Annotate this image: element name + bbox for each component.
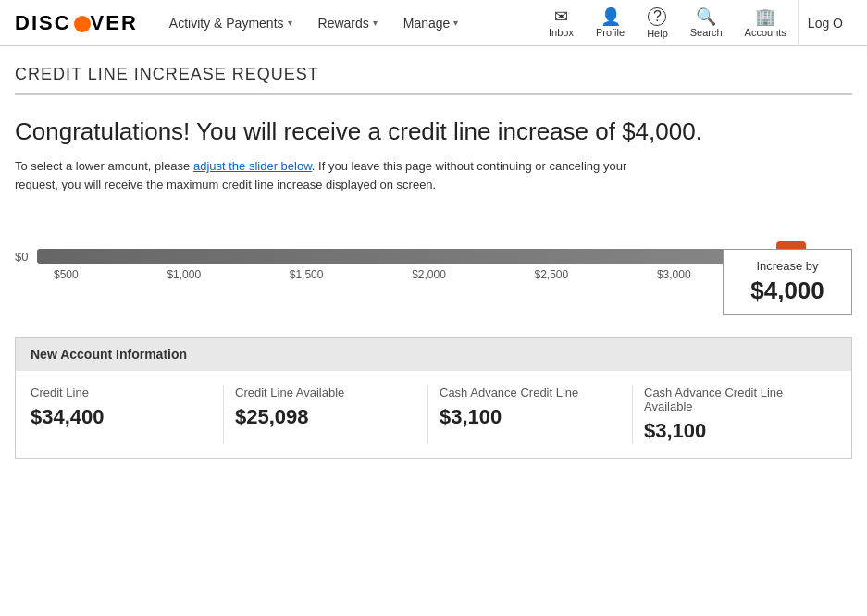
page-title: CREDIT LINE INCREASE REQUEST bbox=[15, 65, 852, 84]
main-nav: Activity & Payments ▾ Rewards ▾ Manage ▾ bbox=[156, 0, 538, 46]
logo: DISCVER bbox=[15, 11, 138, 35]
col-value-cash-advance: $3,100 bbox=[440, 405, 621, 429]
nav-arrow-rewards: ▾ bbox=[373, 18, 378, 28]
col-label-cash-advance-available: Cash Advance Credit Line Available bbox=[644, 386, 825, 413]
page-title-section: CREDIT LINE INCREASE REQUEST bbox=[15, 46, 852, 95]
profile-icon: 👤 bbox=[601, 8, 621, 25]
nav-search[interactable]: 🔍 Search bbox=[679, 0, 734, 46]
nav-arrow-activity: ▾ bbox=[288, 18, 292, 28]
nav-inbox[interactable]: ✉ Inbox bbox=[538, 0, 585, 46]
increase-amount: $4,000 bbox=[742, 277, 833, 305]
account-col-cash-advance: Cash Advance Credit Line $3,100 bbox=[428, 386, 633, 443]
tick-2500: $2,500 bbox=[535, 268, 569, 281]
slider-link[interactable]: adjust the slider below bbox=[193, 159, 312, 173]
tick-1500: $1,500 bbox=[290, 268, 324, 281]
help-icon: ? bbox=[648, 7, 666, 26]
nav-arrow-manage: ▾ bbox=[453, 18, 458, 28]
search-icon: 🔍 bbox=[696, 8, 716, 25]
account-col-credit-line-available: Credit Line Available $25,098 bbox=[224, 386, 428, 443]
col-label-credit-line-available: Credit Line Available bbox=[235, 386, 416, 400]
tick-2000: $2,000 bbox=[412, 268, 446, 281]
page-content: CREDIT LINE INCREASE REQUEST Congratulat… bbox=[0, 46, 867, 459]
congrats-heading: Congratulations! You will receive a cred… bbox=[15, 117, 852, 146]
nav-activity-payments[interactable]: Activity & Payments ▾ bbox=[156, 0, 305, 46]
nav-icons: ✉ Inbox 👤 Profile ? Help 🔍 Search 🏢 Acco… bbox=[538, 0, 852, 46]
logo-text: DISCVER bbox=[15, 11, 138, 35]
nav-help[interactable]: ? Help bbox=[636, 0, 679, 46]
col-value-credit-line-available: $25,098 bbox=[235, 405, 416, 429]
accounts-icon: 🏢 bbox=[755, 8, 775, 25]
logout-button[interactable]: Log O bbox=[798, 0, 852, 46]
logo-dot bbox=[74, 16, 91, 32]
slider-section: Increase by $4,000 $0 $4,000 $500 $1,000… bbox=[15, 249, 852, 309]
nav-accounts[interactable]: 🏢 Accounts bbox=[734, 0, 798, 46]
tick-1000: $1,000 bbox=[167, 268, 201, 281]
nav-rewards[interactable]: Rewards ▾ bbox=[305, 0, 390, 46]
congrats-subtext: To select a lower amount, please adjust … bbox=[15, 157, 644, 193]
congrats-section: Congratulations! You will receive a cred… bbox=[15, 117, 852, 193]
increase-label: Increase by bbox=[742, 259, 833, 273]
nav-profile[interactable]: 👤 Profile bbox=[585, 0, 636, 46]
account-info-section: New Account Information Credit Line $34,… bbox=[15, 337, 852, 459]
col-value-cash-advance-available: $3,100 bbox=[644, 419, 825, 443]
account-col-credit-line: Credit Line $34,400 bbox=[31, 386, 224, 443]
account-col-cash-advance-available: Cash Advance Credit Line Available $3,10… bbox=[633, 386, 836, 443]
account-info-header: New Account Information bbox=[16, 338, 851, 371]
increase-box: Increase by $4,000 bbox=[723, 249, 852, 315]
col-label-cash-advance: Cash Advance Credit Line bbox=[440, 386, 621, 400]
col-label-credit-line: Credit Line bbox=[31, 386, 212, 400]
tick-3000: $3,000 bbox=[657, 268, 691, 281]
account-info-table: Credit Line $34,400 Credit Line Availabl… bbox=[16, 371, 851, 458]
col-value-credit-line: $34,400 bbox=[31, 405, 212, 429]
nav-manage[interactable]: Manage ▾ bbox=[390, 0, 472, 46]
credit-line-slider[interactable] bbox=[37, 249, 806, 264]
header: DISCVER Activity & Payments ▾ Rewards ▾ … bbox=[0, 0, 867, 46]
tick-500: $500 bbox=[54, 268, 79, 281]
slider-min-label: $0 bbox=[15, 250, 28, 264]
inbox-icon: ✉ bbox=[554, 8, 568, 25]
